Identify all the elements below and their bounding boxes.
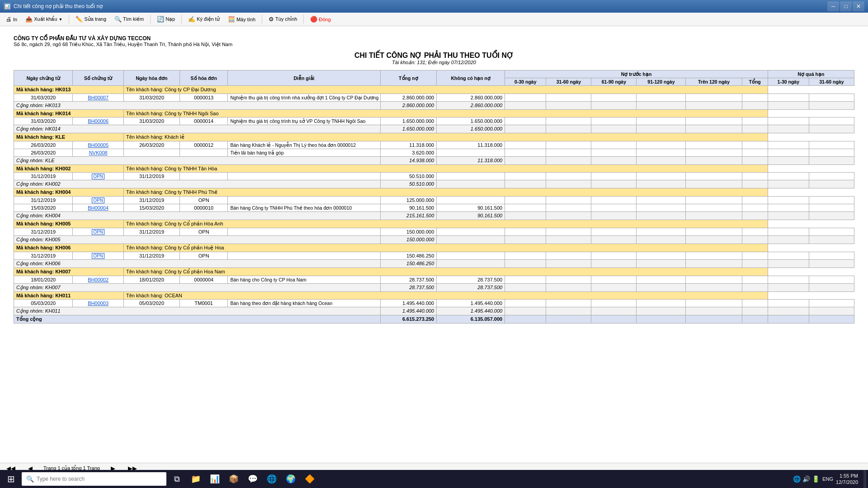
- start-button[interactable]: ⊞: [2, 470, 20, 488]
- taskbar-app-excel[interactable]: 📊: [206, 470, 223, 488]
- custom-label: Tùy chỉnh: [275, 16, 297, 22]
- custom-button[interactable]: ⚙ Tùy chỉnh: [265, 14, 300, 25]
- toolbar-sep-2: [150, 15, 151, 24]
- doc-link[interactable]: BH00005: [88, 142, 108, 148]
- table-row: 31/03/2020 BH00006 31/03/2020 0000014 Ng…: [14, 117, 854, 125]
- taskbar-app-more[interactable]: 🔶: [301, 470, 318, 488]
- report-title-section: CHI TIẾT CÔNG NỢ PHẢI THU THEO TUỔI NỢ T…: [14, 51, 854, 66]
- clock-date: 12/7/2020: [836, 479, 858, 485]
- group-total-kh011: Cộng nhóm: KH011 1.495.440.000 1.495.440…: [14, 307, 854, 315]
- group-header-kle: Mã khách hàng: KLE Tên khách hàng: Khách…: [14, 133, 854, 141]
- doc-link[interactable]: BH00006: [88, 118, 108, 124]
- group-total-kh006: Cộng nhóm: KH006 150.486.250: [14, 260, 854, 268]
- search-button[interactable]: 🔍 Tìm kiếm: [111, 14, 147, 25]
- sys-tray: 🌐 🔊 🔋 ENG 1:55 PM 12/7/2020: [789, 470, 862, 488]
- clock-time: 1:55 PM: [836, 473, 858, 479]
- col-header-no-qua-han: Nợ quá hạn: [768, 70, 854, 78]
- sign-icon: ✍: [188, 16, 195, 23]
- table-row: 18/01/2020 BH00002 18/01/2020 0000004 Bá…: [14, 276, 854, 284]
- group-total-kh007: Cộng nhóm: KH007 28.737.500 28.737.500: [14, 284, 854, 292]
- refresh-button[interactable]: 🔄 Nạp: [154, 14, 178, 25]
- doc-link[interactable]: BH00003: [88, 300, 108, 306]
- opn-tag: OPN: [92, 197, 104, 203]
- print-button[interactable]: 🖨 In: [3, 14, 20, 25]
- group-header-kh005: Mã khách hàng: KH005 Tên khách hàng: Côn…: [14, 220, 854, 228]
- window-title: Chi tiết công nợ phải thu theo tuổi nợ: [14, 3, 103, 9]
- company-name: CÔNG TY CỔ PHẦN ĐẦU TƯ VÀ XÂY DỰNG TECCO…: [14, 35, 854, 42]
- company-address: Số 8c, ngách 29, ngõ 68 Triều Khúc, Xã T…: [14, 42, 854, 47]
- close-app-label: Đóng: [319, 17, 330, 22]
- minimize-button[interactable]: ─: [827, 1, 839, 11]
- toolbar: 🖨 In 📤 Xuất khẩu ▼ ✏️ Sửa trang 🔍 Tìm ki…: [0, 13, 868, 26]
- edit-label: Sửa trang: [84, 16, 106, 22]
- taskbar-file-explorer[interactable]: 📁: [187, 470, 204, 488]
- close-app-button[interactable]: 🔴 Đóng: [307, 14, 334, 25]
- taskbar: ⊞ 🔍 ⧉ 📁 📊 📦 💬 🌐 🌍 🔶 🌐 🔊 🔋 ENG 1:55 PM 12…: [0, 470, 868, 488]
- col-header-6190: 61-90 ngày: [591, 78, 637, 86]
- volume-icon: 🔊: [802, 475, 810, 483]
- report-subtitle: Tài khoản: 131; Đến ngày 07/12/2020: [14, 60, 854, 66]
- taskbar-app-zalo[interactable]: 💬: [244, 470, 261, 488]
- group-total-hk014: Cộng nhóm: HK014 1.650.000.000 1.650.000…: [14, 125, 854, 133]
- group-ma-hk013: Mã khách hàng: HK013: [14, 86, 124, 94]
- group-header-kh002: Mã khách hàng: KH002 Tên khách hàng: Côn…: [14, 165, 854, 173]
- col-header-khong-co-han: Không có hạn nợ: [437, 70, 505, 86]
- language-indicator: ENG: [822, 476, 833, 482]
- export-icon: 📤: [25, 16, 33, 23]
- col-header-030: 0-30 ngày: [505, 78, 546, 86]
- data-table: Ngày chứng từ Số chứng từ Ngày hóa đơn S…: [14, 70, 854, 324]
- search-label: Tìm kiếm: [123, 16, 144, 22]
- export-label: Xuất khẩu: [34, 16, 57, 22]
- col-header-3160: 31-60 ngày: [546, 78, 591, 86]
- title-bar: 📊 Chi tiết công nợ phải thu theo tuổi nợ…: [0, 0, 868, 13]
- col-header-so-chung-tu: Số chứng từ: [73, 70, 124, 86]
- taskbar-app-browser[interactable]: 🌍: [282, 470, 299, 488]
- col-header-91120: 91-120 ngày: [637, 78, 686, 86]
- clock[interactable]: 1:55 PM 12/7/2020: [836, 473, 858, 486]
- doc-link[interactable]: NVK008: [89, 150, 108, 155]
- toolbar-sep-5: [303, 15, 304, 24]
- edit-button[interactable]: ✏️ Sửa trang: [72, 14, 109, 25]
- table-row: 31/12/2019 OPN 31/12/2019 50.510.000: [14, 173, 854, 180]
- sign-button[interactable]: ✍ Ký điện tử: [185, 14, 223, 25]
- taskbar-task-view[interactable]: ⧉: [168, 470, 185, 488]
- table-row: 15/03/2020 BH00004 15/03/2020 0000010 Bá…: [14, 204, 854, 212]
- edit-icon: ✏️: [75, 16, 83, 23]
- show-desktop-button[interactable]: [863, 470, 866, 488]
- total-row: Tổng cộng 6.615.273.250 6.135.057.000: [14, 315, 854, 324]
- maximize-button[interactable]: □: [840, 1, 852, 11]
- col-header-dien-giai: Diễn giải: [228, 70, 380, 86]
- export-button[interactable]: 📤 Xuất khẩu ▼: [22, 14, 66, 25]
- taskbar-app-3[interactable]: 📦: [225, 470, 242, 488]
- col-header-tren120: Trên 120 ngày: [686, 78, 742, 86]
- report-title: CHI TIẾT CÔNG NỢ PHẢI THU THEO TUỔI NỢ: [14, 51, 854, 60]
- refresh-label: Nạp: [165, 16, 175, 22]
- toolbar-sep-3: [181, 15, 182, 24]
- toolbar-sep-1: [69, 15, 69, 24]
- group-total-kle: Cộng nhóm: KLE 14.938.000 11.318.000: [14, 157, 854, 165]
- search-input[interactable]: [37, 476, 162, 482]
- table-row: 26/03/2020 BH00005 26/03/2020 0000012 Bá…: [14, 141, 854, 149]
- opn-tag: OPN: [92, 253, 104, 259]
- group-header-hk014: Mã khách hàng: HK014 Tên khách hàng: Côn…: [14, 110, 854, 117]
- main-content: CÔNG TY CỔ PHẦN ĐẦU TƯ VÀ XÂY DỰNG TECCO…: [0, 26, 868, 463]
- group-total-hk013: Cộng nhóm: HK013 2.860.000.000 2.860.000…: [14, 102, 854, 110]
- calc-button[interactable]: 🧮 Máy tính: [225, 14, 259, 25]
- col-header-ngay-chung-tu: Ngày chứng từ: [14, 70, 73, 86]
- doc-link[interactable]: BH00007: [88, 95, 108, 100]
- group-header-hk013: Mã khách hàng: HK013 Tên khách hàng: Côn…: [14, 86, 854, 94]
- doc-link[interactable]: BH00002: [88, 277, 108, 282]
- refresh-icon: 🔄: [157, 16, 164, 23]
- search-icon: 🔍: [26, 475, 34, 483]
- group-header-kh006: Mã khách hàng: KH006 Tên khách hàng: Côn…: [14, 244, 854, 252]
- close-button[interactable]: ✕: [853, 1, 864, 11]
- search-icon: 🔍: [114, 16, 122, 23]
- search-bar[interactable]: 🔍: [22, 472, 166, 486]
- taskbar-app-chrome[interactable]: 🌐: [263, 470, 280, 488]
- table-row: 31/12/2019 OPN 31/12/2019 OPN 150.000.00…: [14, 228, 854, 236]
- col-header-no-truoc-han: Nợ trước hạn: [505, 70, 768, 78]
- col-header-tong-no: Tổng nợ: [380, 70, 437, 86]
- print-label: In: [13, 17, 17, 22]
- table-row: 31/12/2019 OPN 31/12/2019 OPN 125.000.00…: [14, 197, 854, 204]
- doc-link[interactable]: BH00004: [88, 205, 108, 211]
